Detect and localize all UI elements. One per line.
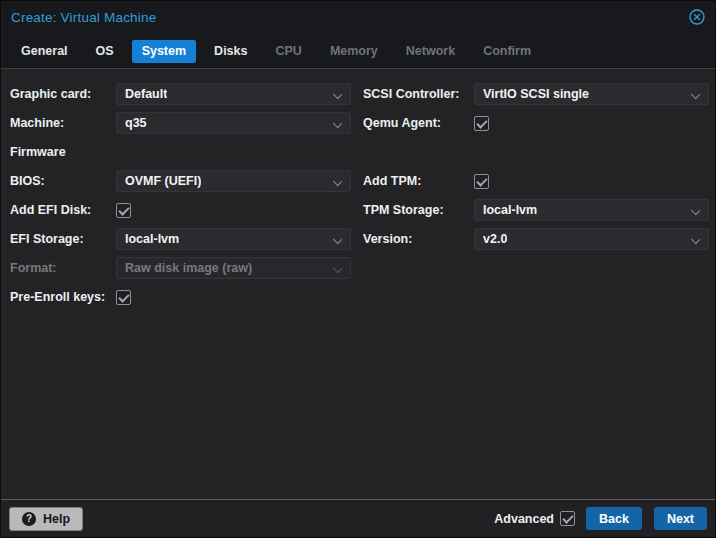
help-icon: ? <box>22 512 36 526</box>
next-button[interactable]: Next <box>654 507 707 530</box>
tpm-version-value: v2.0 <box>483 232 507 246</box>
machine-label: Machine: <box>10 116 116 130</box>
tpm-version-label: Version: <box>363 232 474 246</box>
machine-row: Machine: q35 <box>10 112 351 134</box>
wizard-tabbar: General OS System Disks CPU Memory Netwo… <box>1 34 715 69</box>
dialog-titlebar: Create: Virtual Machine <box>1 1 715 34</box>
tab-network: Network <box>396 40 465 63</box>
efi-storage-select[interactable]: local-lvm <box>116 228 351 250</box>
chevron-down-icon <box>691 90 700 99</box>
tab-system[interactable]: System <box>132 40 196 63</box>
add-tpm-label: Add TPM: <box>363 174 474 188</box>
help-button-label: Help <box>43 512 70 526</box>
chevron-down-icon <box>333 119 342 128</box>
add-efi-disk-checkbox[interactable] <box>116 203 131 218</box>
tpm-version-row: Version: v2.0 <box>363 228 709 250</box>
graphic-card-row: Graphic card: Default <box>10 83 351 105</box>
chevron-down-icon <box>333 90 342 99</box>
tab-os[interactable]: OS <box>86 40 124 63</box>
format-select: Raw disk image (raw) <box>116 257 351 279</box>
add-tpm-checkbox[interactable] <box>474 174 489 189</box>
tab-general[interactable]: General <box>11 40 78 63</box>
tpm-storage-value: local-lvm <box>483 203 537 217</box>
create-vm-dialog: Create: Virtual Machine General OS Syste… <box>0 0 716 538</box>
tab-cpu: CPU <box>265 40 311 63</box>
scsi-controller-row: SCSI Controller: VirtIO SCSI single <box>363 83 709 105</box>
add-tpm-row: Add TPM: <box>363 170 709 192</box>
pre-enroll-keys-checkbox[interactable] <box>116 290 131 305</box>
format-row: Format: Raw disk image (raw) <box>10 257 351 279</box>
qemu-agent-checkbox[interactable] <box>474 116 489 131</box>
efi-storage-value: local-lvm <box>125 232 179 246</box>
help-button[interactable]: ? Help <box>9 507 83 531</box>
chevron-down-icon <box>333 177 342 186</box>
graphic-card-value: Default <box>125 87 167 101</box>
chevron-down-icon <box>333 264 342 273</box>
tpm-storage-row: TPM Storage: local-lvm <box>363 199 709 221</box>
format-label: Format: <box>10 261 116 275</box>
chevron-down-icon <box>333 235 342 244</box>
column-spacer <box>363 141 709 163</box>
form-column-right: SCSI Controller: VirtIO SCSI single Qemu… <box>363 83 709 257</box>
system-tab-panel: Graphic card: Default Machine: q35 Firmw… <box>1 70 715 501</box>
efi-storage-row: EFI Storage: local-lvm <box>10 228 351 250</box>
machine-select[interactable]: q35 <box>116 112 351 134</box>
firmware-heading-row: Firmware <box>10 141 351 163</box>
tab-disks[interactable]: Disks <box>204 40 257 63</box>
tpm-version-select[interactable]: v2.0 <box>474 228 709 250</box>
firmware-section-heading: Firmware <box>10 145 66 159</box>
efi-storage-label: EFI Storage: <box>10 232 116 246</box>
tab-confirm: Confirm <box>473 40 541 63</box>
dialog-footer: ? Help Advanced Back Next <box>1 499 715 537</box>
bios-select[interactable]: OVMF (UEFI) <box>116 170 351 192</box>
form-column-left: Graphic card: Default Machine: q35 Firmw… <box>10 83 351 315</box>
machine-value: q35 <box>125 116 147 130</box>
tab-memory: Memory <box>320 40 388 63</box>
add-efi-disk-row: Add EFI Disk: <box>10 199 351 221</box>
advanced-checkbox[interactable] <box>560 511 575 526</box>
dialog-title: Create: Virtual Machine <box>11 10 156 25</box>
scsi-controller-value: VirtIO SCSI single <box>483 87 589 101</box>
add-efi-disk-label: Add EFI Disk: <box>10 203 116 217</box>
bios-row: BIOS: OVMF (UEFI) <box>10 170 351 192</box>
format-value: Raw disk image (raw) <box>125 261 252 275</box>
close-icon[interactable] <box>688 8 706 26</box>
back-button[interactable]: Back <box>586 507 642 530</box>
bios-value: OVMF (UEFI) <box>125 174 201 188</box>
bios-label: BIOS: <box>10 174 116 188</box>
scsi-controller-select[interactable]: VirtIO SCSI single <box>474 83 709 105</box>
graphic-card-label: Graphic card: <box>10 87 116 101</box>
tpm-storage-select[interactable]: local-lvm <box>474 199 709 221</box>
advanced-label: Advanced <box>494 512 554 526</box>
scsi-controller-label: SCSI Controller: <box>363 87 474 101</box>
chevron-down-icon <box>691 206 700 215</box>
qemu-agent-label: Qemu Agent: <box>363 116 474 130</box>
chevron-down-icon <box>691 235 700 244</box>
graphic-card-select[interactable]: Default <box>116 83 351 105</box>
pre-enroll-keys-row: Pre-Enroll keys: <box>10 286 351 308</box>
qemu-agent-row: Qemu Agent: <box>363 112 709 134</box>
pre-enroll-keys-label: Pre-Enroll keys: <box>10 290 116 304</box>
tpm-storage-label: TPM Storage: <box>363 203 474 217</box>
